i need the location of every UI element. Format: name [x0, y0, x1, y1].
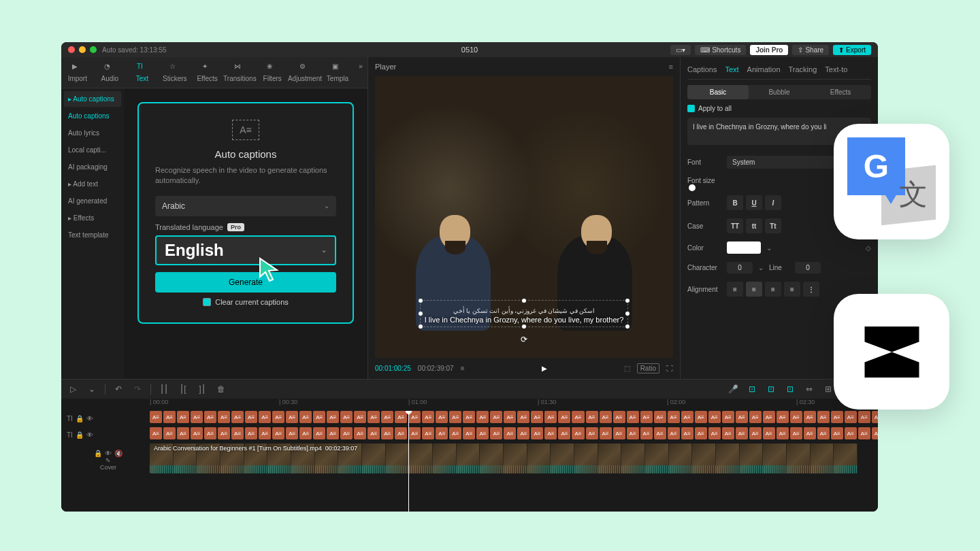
caption-clip[interactable]: A≡	[517, 411, 529, 423]
keyframe-icon[interactable]: ◇	[866, 244, 871, 252]
caption-clip[interactable]: A≡	[340, 411, 353, 423]
share-button[interactable]: ⇪ Share	[792, 45, 829, 55]
video-track[interactable]: 🔒👁🔇 ✎Cover Arabic Conversation for Begin…	[61, 444, 878, 476]
caption-clip[interactable]: A≡	[640, 427, 653, 439]
tab-import[interactable]: ▶Import	[61, 60, 94, 85]
caption-clip[interactable]: A≡	[736, 411, 748, 423]
caption-clip[interactable]: A≡	[340, 427, 353, 439]
tab-captions[interactable]: Captions	[687, 65, 717, 73]
caption-clip[interactable]: A≡	[517, 427, 529, 439]
redo-button[interactable]: ↷	[131, 384, 144, 394]
bold-button[interactable]: B	[727, 195, 743, 210]
caption-clip[interactable]: A≡	[504, 411, 516, 423]
line-spacing-input[interactable]: 0	[795, 262, 821, 273]
caption-clip[interactable]: A≡	[613, 411, 625, 423]
caption-clip[interactable]: A≡	[586, 427, 598, 439]
nav-local-captions[interactable]: Local capti...	[64, 142, 121, 158]
caption-clip[interactable]: A≡	[163, 411, 176, 423]
caption-clip[interactable]: A≡	[777, 411, 789, 423]
caption-track-en[interactable]: TI🔒👁 A≡A≡A≡A≡A≡A≡A≡A≡A≡A≡A≡A≡A≡A≡A≡A≡A≡A…	[61, 411, 878, 426]
layout-button[interactable]: ▭▾	[670, 45, 691, 55]
caption-track-ar[interactable]: TI🔒👁 A≡A≡A≡A≡A≡A≡A≡A≡A≡A≡A≡A≡A≡A≡A≡A≡A≡A…	[61, 427, 878, 442]
caption-clip[interactable]: A≡	[544, 411, 557, 423]
list-toggle-icon[interactable]: ≡	[461, 365, 465, 372]
align-justify-button[interactable]: ≡	[784, 282, 800, 297]
caption-clip[interactable]: A≡	[749, 411, 762, 423]
snap-icon[interactable]: ⊞	[822, 384, 834, 394]
caption-clip[interactable]: A≡	[858, 411, 870, 423]
clear-captions-checkbox[interactable]: Clear current captions	[155, 298, 336, 306]
nav-effects[interactable]: ▸ Effects	[64, 210, 121, 226]
caption-clip[interactable]: A≡	[395, 411, 407, 423]
caption-clip[interactable]: A≡	[572, 427, 584, 439]
caption-clip[interactable]: A≡	[177, 411, 189, 423]
align-center-button[interactable]: ≡	[746, 282, 762, 297]
split-tool-icon[interactable]: ⎮⎮	[158, 384, 170, 394]
caption-clip[interactable]: A≡	[245, 427, 257, 439]
mic-icon[interactable]: 🎤	[727, 384, 739, 394]
caption-clip[interactable]: A≡	[218, 427, 230, 439]
caption-clip[interactable]: A≡	[463, 411, 475, 423]
tab-tracking[interactable]: Tracking	[789, 65, 817, 73]
caption-clip[interactable]: A≡	[449, 427, 461, 439]
caption-clip[interactable]: A≡	[749, 427, 762, 439]
caption-clip[interactable]: A≡	[272, 427, 284, 439]
target-language-select[interactable]: English⌄	[155, 235, 336, 265]
caption-clip[interactable]: A≡	[381, 427, 393, 439]
caption-clip[interactable]: A≡	[722, 427, 734, 439]
caption-clip[interactable]: A≡	[531, 427, 543, 439]
caption-clip[interactable]: A≡	[790, 411, 802, 423]
caption-clip[interactable]: A≡	[490, 427, 502, 439]
maximize-window-button[interactable]	[90, 46, 97, 53]
ratio-button[interactable]: Ratio	[637, 363, 659, 373]
timeline-tracks[interactable]: TI🔒👁 A≡A≡A≡A≡A≡A≡A≡A≡A≡A≡A≡A≡A≡A≡A≡A≡A≡A…	[61, 411, 878, 512]
caption-clip[interactable]: A≡	[150, 411, 162, 423]
caption-clip[interactable]: A≡	[831, 411, 843, 423]
caption-clip[interactable]: A≡	[695, 411, 707, 423]
link-icon[interactable]: ⊡	[765, 384, 777, 394]
caption-clip[interactable]: A≡	[858, 427, 870, 439]
nav-add-text[interactable]: ▸ Add text	[64, 176, 121, 192]
eye-icon[interactable]: 👁	[86, 431, 93, 439]
caption-clip[interactable]: A≡	[817, 427, 830, 439]
caption-clip[interactable]: A≡	[231, 411, 244, 423]
caption-clip[interactable]: A≡	[817, 411, 830, 423]
caption-clip[interactable]: A≡	[299, 411, 312, 423]
nav-text-template[interactable]: Text template	[64, 227, 121, 243]
caption-clip[interactable]: A≡	[191, 411, 203, 423]
tab-text[interactable]: TIText	[126, 60, 159, 85]
close-window-button[interactable]	[68, 46, 75, 53]
caption-clip[interactable]: A≡	[299, 427, 312, 439]
caption-clip[interactable]: A≡	[845, 427, 857, 439]
apply-all-checkbox[interactable]: Apply to all	[687, 105, 871, 112]
playhead[interactable]	[408, 411, 409, 512]
italic-button[interactable]: I	[765, 195, 781, 210]
caption-clip[interactable]: A≡	[422, 411, 434, 423]
caption-clip[interactable]: A≡	[845, 411, 857, 423]
caption-clip[interactable]: A≡	[476, 427, 489, 439]
select-dropdown-icon[interactable]: ⌄	[86, 384, 98, 394]
case-lower-button[interactable]: tt	[746, 218, 762, 233]
join-pro-button[interactable]: Join Pro	[750, 45, 788, 55]
caption-clip[interactable]: A≡	[368, 427, 380, 439]
caption-clip[interactable]: A≡	[231, 427, 244, 439]
underline-button[interactable]: U	[746, 195, 762, 210]
caption-clip[interactable]: A≡	[286, 411, 298, 423]
caption-clip[interactable]: A≡	[504, 427, 516, 439]
tab-adjustment[interactable]: ⚙Adjustment	[289, 60, 321, 85]
caption-clip[interactable]: A≡	[490, 411, 502, 423]
caption-clip[interactable]: A≡	[150, 427, 162, 439]
trim-left-icon[interactable]: ⎮[	[177, 384, 189, 394]
caption-clip[interactable]: A≡	[354, 411, 366, 423]
tab-effects[interactable]: ✦Effects	[191, 60, 224, 85]
caption-clip[interactable]: A≡	[640, 411, 653, 423]
caption-clip[interactable]: A≡	[668, 411, 680, 423]
preview-icon[interactable]: ⊡	[784, 384, 796, 394]
video-preview[interactable]: اسكن في شيشان في غروزني، وأين انت تسكن ي…	[375, 76, 673, 358]
generate-button[interactable]: Generate	[155, 272, 336, 293]
tab-audio[interactable]: ◔Audio	[94, 60, 127, 85]
play-button[interactable]: ▶	[542, 365, 547, 372]
fullscreen-icon[interactable]: ⛶	[666, 365, 673, 372]
tab-filters[interactable]: ❀Filters	[256, 60, 289, 85]
player-menu-icon[interactable]: ≡	[669, 63, 673, 71]
